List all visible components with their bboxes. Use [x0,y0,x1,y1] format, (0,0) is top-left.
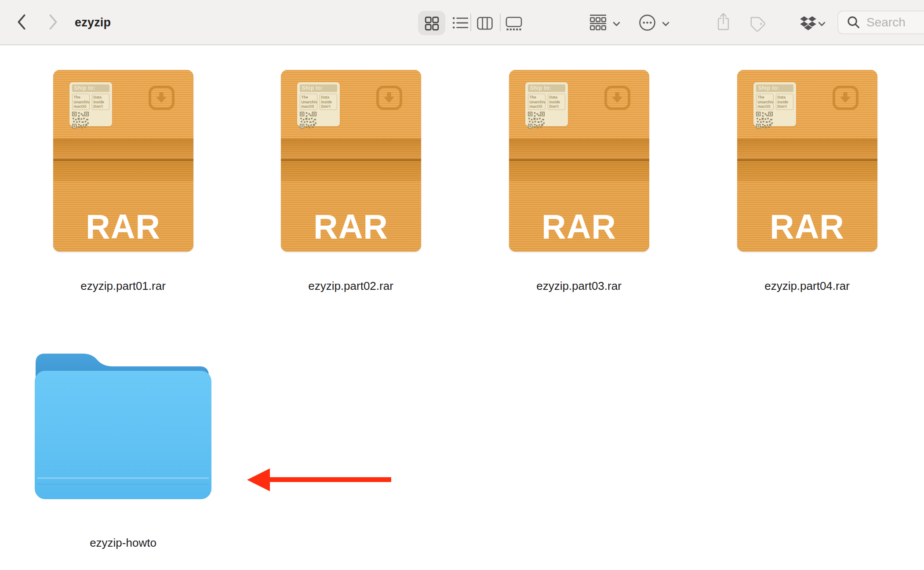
sticker-left-text: The Unarchiver macOS App [300,94,317,110]
sticker-right-text: Data inside Don't Break [776,94,793,110]
dropbox-button[interactable] [800,16,816,30]
window-title: ezyzip [75,16,111,29]
shipping-label: Ship to: The Unarchiver macOS App Data i… [525,82,568,126]
ship-to-text: Ship to: [72,84,109,92]
file-item[interactable]: Ship to: The Unarchiver macOS App Data i… [465,70,693,292]
file-item[interactable]: ezyzip-howto [9,345,237,549]
list-view-icon [452,16,468,29]
ship-to-text: Ship to: [300,84,337,92]
column-view-button[interactable] [477,17,493,30]
grid-view-button[interactable] [425,16,439,31]
back-button[interactable] [17,14,26,30]
toolbar-divider [500,14,501,31]
dropbox-icon [800,16,816,30]
download-arrow-icon [154,91,168,105]
chevron-left-icon [17,14,26,30]
file-item[interactable]: Ship to: The Unarchiver macOS App Data i… [693,70,921,292]
grid-view-icon [425,16,439,31]
rar-format-text: RAR [53,210,193,244]
file-label: ezyzip-howto [90,536,156,549]
group-by-button[interactable] [589,15,607,30]
gallery-view-icon [506,17,522,30]
download-badge [376,86,402,110]
chevron-down-icon [662,20,669,28]
file-label: ezyzip.part01.rar [80,279,166,292]
download-badge [149,86,175,110]
folder-icon [32,345,214,502]
rar-format-text: RAR [281,210,421,244]
rar-archive-icon: Ship to: The Unarchiver macOS App Data i… [53,70,193,252]
file-label: ezyzip.part04.rar [764,279,850,292]
chevron-down-icon [818,20,826,28]
ship-to-text: Ship to: [528,84,565,92]
rar-archive-icon: Ship to: The Unarchiver macOS App Data i… [281,70,421,252]
file-item[interactable]: Ship to: The Unarchiver macOS App Data i… [237,70,465,292]
list-view-button[interactable] [452,16,468,29]
download-arrow-icon [610,91,624,105]
search-field[interactable] [837,11,924,34]
file-icon-slot: Ship to: The Unarchiver macOS App Data i… [281,70,421,252]
toolbar-divider [470,14,471,31]
toolbar: ezyzip [0,0,924,45]
search-icon [847,16,860,29]
file-icon-slot: Ship to: The Unarchiver macOS App Data i… [737,70,877,252]
chevron-down-icon [613,20,620,28]
shipping-label: Ship to: The Unarchiver macOS App Data i… [69,82,112,126]
search-input[interactable] [866,15,924,29]
ellipsis-circle-icon [639,14,656,31]
tags-button[interactable] [748,14,765,32]
group-by-icon [589,15,607,30]
qr-code [72,112,89,128]
qr-code [756,112,773,128]
qr-code [300,112,316,128]
column-view-icon [477,17,493,30]
file-label: ezyzip.part02.rar [308,279,393,292]
file-icon-slot [32,345,214,502]
chevron-right-icon [48,14,58,30]
rar-format-text: RAR [509,210,649,244]
shipping-label: Ship to: The Unarchiver macOS App Data i… [297,82,340,126]
file-icon-slot: Ship to: The Unarchiver macOS App Data i… [509,70,649,252]
tag-icon [748,14,765,32]
finder-window: ezyzip [0,0,924,570]
sticker-left-text: The Unarchiver macOS App [72,94,90,110]
rar-archive-icon: Ship to: The Unarchiver macOS App Data i… [737,70,877,252]
ship-to-text: Ship to: [756,84,793,92]
shipping-label: Ship to: The Unarchiver macOS App Data i… [753,82,796,126]
sticker-left-text: The Unarchiver macOS App [756,94,774,110]
download-arrow-icon [838,91,852,105]
qr-code [528,112,545,128]
download-badge [833,86,859,110]
red-arrow-annotation [244,465,394,496]
rar-archive-icon: Ship to: The Unarchiver macOS App Data i… [509,70,649,252]
sticker-right-text: Data inside Don't Break [548,94,565,110]
file-item[interactable]: Ship to: The Unarchiver macOS App Data i… [9,70,237,292]
share-button[interactable] [717,12,730,31]
gallery-view-button[interactable] [506,17,522,30]
file-icon-slot: Ship to: The Unarchiver macOS App Data i… [53,70,193,252]
forward-button[interactable] [48,14,58,30]
rar-format-text: RAR [737,210,877,244]
sticker-right-text: Data inside Don't Break [320,94,337,110]
sticker-left-text: The Unarchiver macOS App [528,94,546,110]
download-badge [604,86,630,110]
sticker-right-text: Data inside Don't Break [92,94,109,110]
share-icon [717,12,730,31]
file-label: ezyzip.part03.rar [536,279,622,292]
download-arrow-icon [382,91,396,105]
file-grid: Ship to: The Unarchiver macOS App Data i… [0,46,924,570]
more-actions-button[interactable] [639,14,656,31]
